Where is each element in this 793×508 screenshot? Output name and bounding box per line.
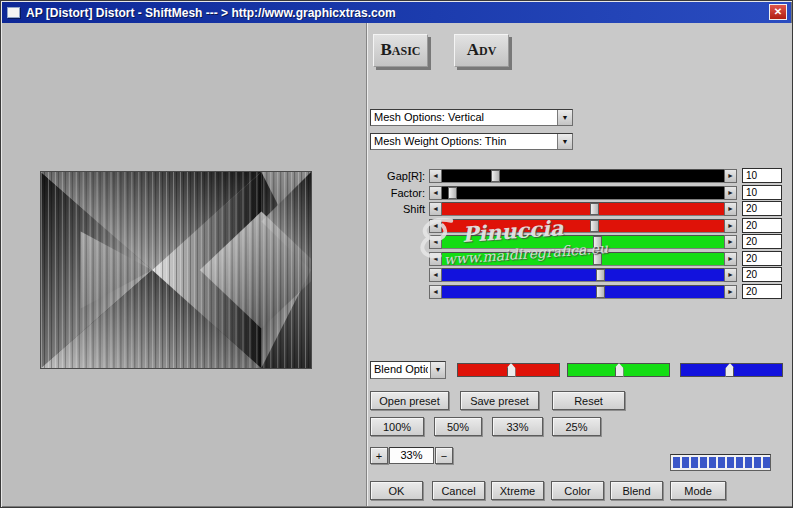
blend-pointer[interactable] [725,363,734,377]
slider-track-fill[interactable] [441,269,725,281]
slider-row: ◄ ► 20 [370,285,780,299]
zoom-33-button[interactable]: 33% [492,417,543,436]
blend-pointer[interactable] [507,363,516,377]
slider-thumb[interactable] [596,286,605,298]
slider-track-fill[interactable] [441,253,725,265]
color-button[interactable]: Color [551,481,604,500]
progress-segment [709,457,716,468]
progress-segment [700,457,707,468]
chevron-down-icon[interactable]: ▼ [557,110,572,125]
slider-value: 20 [742,201,782,216]
slider-right-arrow-icon[interactable]: ► [725,269,736,281]
mesh-weight-select[interactable]: Mesh Weight Options: Thin ▼ [370,133,573,150]
slider-label: Factor: [370,187,425,199]
progress-segment [736,457,743,468]
slider-right-arrow-icon[interactable]: ► [725,253,736,265]
zoom-25-button[interactable]: 25% [552,417,601,436]
slider-thumb[interactable] [590,220,599,232]
slider-track-fill[interactable] [441,286,725,298]
slider-row: ◄ ► 20 [370,268,780,282]
blend-button[interactable]: Blend [610,481,663,500]
zoom-value-box[interactable]: 33% [389,447,434,464]
slider-track[interactable]: ◄ ► [429,252,737,266]
zoom-out-button[interactable]: − [435,447,453,464]
slider-row: Gap[R]: ◄ ► 10 [370,169,780,183]
chevron-down-icon[interactable]: ▼ [430,362,445,378]
slider-right-arrow-icon[interactable]: ► [725,170,736,182]
slider-value: 20 [742,234,782,249]
slider-right-arrow-icon[interactable]: ► [725,286,736,298]
slider-row: ◄ ► 20 [370,252,780,266]
slider-value: 20 [742,284,782,299]
slider-row: Shift ◄ ► 20 [370,202,780,216]
slider-left-arrow-icon[interactable]: ◄ [430,269,441,281]
blend-pointer[interactable] [615,363,624,377]
progress-segment [754,457,761,468]
slider-left-arrow-icon[interactable]: ◄ [430,170,441,182]
zoom-50-button[interactable]: 50% [434,417,482,436]
mesh-options-select[interactable]: Mesh Options: Vertical ▼ [370,109,573,126]
close-button[interactable]: ✕ [769,4,787,20]
slider-left-arrow-icon[interactable]: ◄ [430,220,441,232]
slider-right-arrow-icon[interactable]: ► [725,236,736,248]
mode-button[interactable]: Mode [670,481,726,500]
slider-thumb[interactable] [596,269,605,281]
slider-right-arrow-icon[interactable]: ► [725,203,736,215]
slider-left-arrow-icon[interactable]: ◄ [430,286,441,298]
slider-left-arrow-icon[interactable]: ◄ [430,203,441,215]
slider-track[interactable]: ◄ ► [429,285,737,299]
slider-left-arrow-icon[interactable]: ◄ [430,187,441,199]
tab-adv[interactable]: Adv [454,34,509,67]
blend-bar[interactable] [567,363,670,377]
tab-basic[interactable]: Basic [373,34,428,67]
zoom-in-button[interactable]: + [370,447,388,464]
slider-track-fill[interactable] [441,170,725,182]
slider-thumb[interactable] [590,203,599,215]
slider-thumb[interactable] [593,253,602,265]
slider-track[interactable]: ◄ ► [429,268,737,282]
window-title: AP [Distort] Distort - ShiftMesh --- > h… [26,6,396,20]
slider-track[interactable]: ◄ ► [429,202,737,216]
ok-button[interactable]: OK [370,481,423,500]
blend-options-value: Blend Optic [374,363,428,376]
app-icon [7,7,20,18]
progress-segment [673,457,680,468]
slider-label: Shift [370,203,425,215]
slider-track[interactable]: ◄ ► [429,219,737,233]
blend-bar[interactable] [457,363,560,377]
cancel-button[interactable]: Cancel [432,481,485,500]
slider-left-arrow-icon[interactable]: ◄ [430,253,441,265]
slider-thumb[interactable] [448,187,457,199]
slider-track[interactable]: ◄ ► [429,186,737,200]
mesh-weight-value: Mesh Weight Options: Thin [374,135,555,148]
slider-value: 10 [742,185,782,200]
title-bar[interactable]: AP [Distort] Distort - ShiftMesh --- > h… [2,2,791,23]
slider-track-fill[interactable] [441,236,725,248]
progress-segment [682,457,689,468]
slider-right-arrow-icon[interactable]: ► [725,187,736,199]
slider-thumb[interactable] [593,236,602,248]
blend-options-select[interactable]: Blend Optic ▼ [370,361,446,379]
control-panel: Basic Adv Mesh Options: Vertical ▼ Mesh … [366,23,793,506]
blend-bar[interactable] [680,363,783,377]
dialog-body: Basic Adv Mesh Options: Vertical ▼ Mesh … [2,23,791,506]
save-preset-button[interactable]: Save preset [460,391,539,410]
mesh-options-value: Mesh Options: Vertical [374,111,555,124]
plugin-window: AP [Distort] Distort - ShiftMesh --- > h… [0,0,793,508]
slider-track-fill[interactable] [441,220,725,232]
slider-left-arrow-icon[interactable]: ◄ [430,236,441,248]
slider-track[interactable]: ◄ ► [429,235,737,249]
chevron-down-icon[interactable]: ▼ [557,134,572,149]
xtreme-button[interactable]: Xtreme [491,481,544,500]
slider-row: Factor: ◄ ► 10 [370,186,780,200]
reset-button[interactable]: Reset [552,391,625,410]
zoom-100-button[interactable]: 100% [370,417,424,436]
slider-right-arrow-icon[interactable]: ► [725,220,736,232]
slider-value: 20 [742,267,782,282]
slider-track-fill[interactable] [441,187,725,199]
open-preset-button[interactable]: Open preset [370,391,449,410]
slider-track-fill[interactable] [441,203,725,215]
slider-thumb[interactable] [491,170,500,182]
slider-track[interactable]: ◄ ► [429,169,737,183]
progress-segment [718,457,725,468]
